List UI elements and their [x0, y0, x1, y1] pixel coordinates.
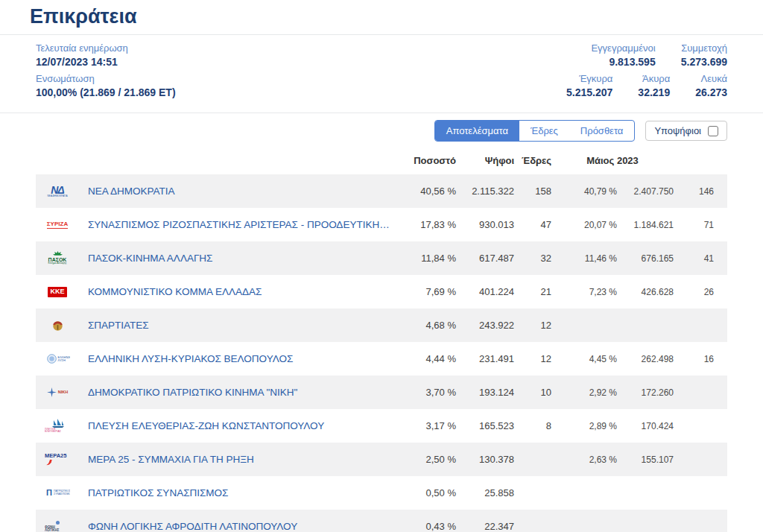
- invalid-value: 32.219: [638, 86, 670, 98]
- percent-cell: 0,43 %: [390, 521, 456, 532]
- party-name-link[interactable]: ΣΥΝΑΣΠΙΣΜΟΣ ΡΙΖΟΣΠΑΣΤΙΚΗΣ ΑΡΙΣΤΕΡΑΣ - ΠΡ…: [77, 219, 390, 230]
- may-votes-cell: 1.184.621: [617, 220, 674, 230]
- may-percent-cell: 20,07 %: [551, 220, 617, 230]
- party-name-link[interactable]: ΠΛΕΥΣΗ ΕΛΕΥΘΕΡΙΑΣ-ΖΩΗ ΚΩΝΣΤΑΝΤΟΠΟΥΛΟΥ: [77, 420, 390, 431]
- table-row[interactable]: ΠΑΣΟΚΚίνημα Αλλαγής ΠΑΣΟΚ-ΚΙΝΗΜΑ ΑΛΛΑΓΗΣ…: [36, 241, 727, 275]
- may-percent-cell: 4,45 %: [551, 354, 617, 364]
- may-votes-cell: 155.107: [617, 455, 674, 465]
- may-votes-cell: 2.407.750: [617, 186, 674, 197]
- table-row[interactable]: ΣΠΑΡΤΙΑΤΕΣ 4,68 % 243.922 12: [36, 308, 727, 342]
- blank-label: Λευκά: [695, 73, 727, 84]
- header-may-2023: Μάιος 2023: [551, 155, 674, 166]
- may-votes-cell: 676.165: [617, 253, 674, 264]
- candidates-toggle-label: Υποψήφιοι: [654, 125, 701, 136]
- table-row[interactable]: ΠΛΕΥΣΗ ΕΛΕΥΘΕΡΙΑΣ ΠΛΕΥΣΗ ΕΛΕΥΘΕΡΙΑΣ-ΖΩΗ …: [36, 409, 727, 443]
- may-seats-cell: 71: [674, 220, 714, 230]
- table-row[interactable]: ΣΥΡΙΖΑ ΣΥΝΑΣΠΙΣΜΟΣ ΡΙΖΟΣΠΑΣΤΙΚΗΣ ΑΡΙΣΤΕΡ…: [36, 208, 727, 241]
- may-percent-cell: 2,92 %: [551, 387, 617, 398]
- summary-panel: Τελευταία ενημέρωση 12/07/2023 14:51 Ενσ…: [0, 35, 763, 113]
- party-name-link[interactable]: ΦΩΝΗ ΛΟΓΙΚΗΣ ΑΦΡΟΔΙΤΗ ΛΑΤΙΝΟΠΟΥΛΟΥ: [77, 521, 390, 532]
- seats-cell: 21: [514, 286, 551, 297]
- valid-label: Έγκυρα: [566, 73, 612, 84]
- table-header-row: Ποσοστό Ψήφοι Έδρες Μάιος 2023: [36, 151, 727, 170]
- may-percent-cell: 40,79 %: [551, 186, 617, 197]
- last-update-label: Τελευταία ενημέρωση: [36, 42, 176, 54]
- percent-cell: 2,50 %: [390, 454, 456, 465]
- votes-cell: 401.224: [456, 286, 514, 297]
- integration-label: Ενσωμάτωση: [36, 73, 176, 84]
- integration-value: 100,00% (21.869 / 21.869 ΕΤ): [36, 86, 176, 98]
- table-row[interactable]: ΝΔΝΕΑ ΔΗΜΟΚΡΑΤΙΑ ΝΕΑ ΔΗΜΟΚΡΑΤΙΑ 40,56 % …: [36, 174, 727, 208]
- may-seats-cell: 26: [674, 287, 714, 297]
- votes-cell: 231.491: [456, 353, 514, 364]
- percent-cell: 11,84 %: [390, 253, 456, 264]
- seats-cell: 32: [514, 253, 551, 264]
- invalid-label: Άκυρα: [638, 73, 670, 84]
- party-name-link[interactable]: ΠΑΤΡΙΩΤΙΚΟΣ ΣΥΝΑΣΠΙΣΜΟΣ: [77, 487, 390, 498]
- party-name-link[interactable]: ΜΕΡΑ 25 - ΣΥΜΜΑΧΙΑ ΓΙΑ ΤΗ ΡΗΞΗ: [77, 454, 390, 465]
- tab-results[interactable]: Αποτελέσματα: [435, 121, 519, 141]
- foni-party-logo-icon: ΦΩΝΗ ΛΟΓΙΚΗΣ: [45, 514, 70, 532]
- tab-bar: Αποτελέσματα Έδρες Πρόσθετα Υποψήφιοι: [0, 113, 763, 145]
- seats-cell: 47: [514, 219, 551, 230]
- votes-cell: 193.124: [456, 387, 514, 398]
- seats-cell: 158: [514, 186, 551, 197]
- votes-cell: 2.115.322: [456, 186, 514, 197]
- party-name-link[interactable]: ΚΟΜΜΟΥΝΙΣΤΙΚΟ ΚΟΜΜΑ ΕΛΛΑΔΑΣ: [77, 286, 390, 297]
- party-name-link[interactable]: ΝΕΑ ΔΗΜΟΚΡΑΤΙΑ: [77, 186, 390, 197]
- tab-seats[interactable]: Έδρες: [519, 121, 569, 141]
- may-seats-cell: 146: [674, 186, 714, 197]
- candidates-toggle-button[interactable]: Υποψήφιοι: [645, 121, 727, 141]
- percent-cell: 3,17 %: [390, 420, 456, 431]
- participation-label: Συμμετοχή: [681, 42, 727, 54]
- seats-cell: 8: [514, 420, 551, 431]
- table-row[interactable]: KKE ΚΟΜΜΟΥΝΙΣΤΙΚΟ ΚΟΜΜΑ ΕΛΛΑΔΑΣ 7,69 % 4…: [36, 275, 727, 308]
- may-seats-cell: 16: [674, 354, 714, 364]
- votes-cell: 130.378: [456, 454, 514, 465]
- party-name-link[interactable]: ΣΠΑΡΤΙΑΤΕΣ: [77, 320, 390, 331]
- candidates-checkbox[interactable]: [708, 126, 718, 136]
- table-row[interactable]: ΜΕΡΑ25 ΜΕΡΑ 25 - ΣΥΜΜΑΧΙΑ ΓΙΑ ΤΗ ΡΗΞΗ 2,…: [36, 443, 727, 476]
- may-percent-cell: 2,63 %: [551, 455, 617, 465]
- votes-cell: 22.347: [456, 521, 514, 532]
- table-row[interactable]: ΕΛΛΗΝΙΚΗ ΛΥΣΗ ΕΛΛΗΝΙΚΗ ΛΥΣΗ-ΚΥΡΙΑΚΟΣ ΒΕΛ…: [36, 342, 727, 376]
- tab-extra[interactable]: Πρόσθετα: [569, 121, 635, 141]
- mera25-party-logo-icon: ΜΕΡΑ25: [45, 447, 70, 472]
- participation-value: 5.273.699: [681, 56, 727, 68]
- percent-cell: 4,44 %: [390, 353, 456, 364]
- party-name-link[interactable]: ΠΑΣΟΚ-ΚΙΝΗΜΑ ΑΛΛΑΓΗΣ: [77, 253, 390, 264]
- registered-label: Εγγεγραμμένοι: [591, 42, 655, 54]
- syriza-party-logo-icon: ΣΥΡΙΖΑ: [45, 212, 70, 238]
- percent-cell: 3,70 %: [390, 387, 456, 398]
- may-percent-cell: 11,46 %: [551, 253, 617, 264]
- party-name-link[interactable]: ΕΛΛΗΝΙΚΗ ΛΥΣΗ-ΚΥΡΙΑΚΟΣ ΒΕΛΟΠΟΥΛΟΣ: [77, 353, 390, 364]
- table-row[interactable]: ΦΩΝΗ ΛΟΓΙΚΗΣ ΦΩΝΗ ΛΟΓΙΚΗΣ ΑΦΡΟΔΙΤΗ ΛΑΤΙΝ…: [36, 510, 727, 532]
- seats-cell: 12: [514, 353, 551, 364]
- header-seats: Έδρες: [514, 155, 551, 166]
- ellysi-party-logo-icon: ΕΛΛΗΝΙΚΗ ΛΥΣΗ: [45, 346, 70, 372]
- may-seats-cell: 41: [674, 253, 714, 264]
- pasok-party-logo-icon: ΠΑΣΟΚΚίνημα Αλλαγής: [45, 246, 70, 271]
- may-percent-cell: 7,23 %: [551, 287, 617, 297]
- votes-cell: 930.013: [456, 219, 514, 230]
- registered-value: 9.813.595: [591, 56, 655, 68]
- may-votes-cell: 170.424: [617, 421, 674, 431]
- view-tabs: Αποτελέσματα Έδρες Πρόσθετα: [434, 120, 636, 142]
- party-name-link[interactable]: ΔΗΜΟΚΡΑΤΙΚΟ ΠΑΤΡΙΩΤΙΚΟ ΚΙΝΗΜΑ "ΝΙΚΗ": [77, 387, 390, 398]
- votes-cell: 25.858: [456, 487, 514, 498]
- header-votes: Ψήφοι: [456, 155, 514, 166]
- pleusi-party-logo-icon: ΠΛΕΥΣΗ ΕΛΕΥΘΕΡΙΑΣ: [45, 414, 70, 439]
- percent-cell: 0,50 %: [390, 487, 456, 498]
- votes-cell: 165.523: [456, 420, 514, 431]
- percent-cell: 4,68 %: [390, 320, 456, 331]
- table-row[interactable]: ΝΙΚΗ ΔΗΜΟΚΡΑΤΙΚΟ ΠΑΤΡΙΩΤΙΚΟ ΚΙΝΗΜΑ "ΝΙΚΗ…: [36, 376, 727, 409]
- header-percent: Ποσοστό: [390, 155, 456, 166]
- kke-party-logo-icon: KKE: [45, 279, 70, 305]
- table-row[interactable]: ΠΠΑΤΡΙΩΤΙΚΟΣ ΣΥΝΑΣΠΙΣΜΟΣ ΠΑΤΡΙΩΤΙΚΟΣ ΣΥΝ…: [36, 476, 727, 510]
- may-votes-cell: 172.260: [617, 387, 674, 398]
- nd-party-logo-icon: ΝΔΝΕΑ ΔΗΜΟΚΡΑΤΙΑ: [45, 179, 70, 204]
- patriot-party-logo-icon: ΠΠΑΤΡΙΩΤΙΚΟΣ ΣΥΝΑΣΠΙΣΜΟΣ: [45, 481, 70, 506]
- niki-party-logo-icon: ΝΙΚΗ: [45, 380, 70, 405]
- percent-cell: 7,69 %: [390, 286, 456, 297]
- spart-party-logo-icon: [45, 313, 70, 338]
